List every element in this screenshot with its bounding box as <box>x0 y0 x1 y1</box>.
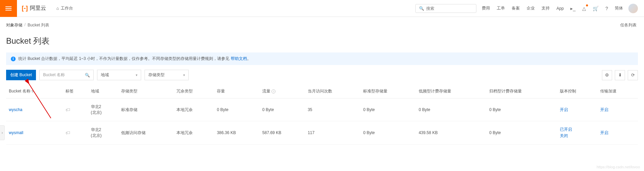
col-name[interactable]: Bucket 名称⇅ <box>6 84 63 99</box>
download-button[interactable]: ⬇ <box>615 70 625 80</box>
help-icon[interactable]: ? <box>271 89 276 93</box>
col-redundancy: 冗余类型 <box>174 84 214 99</box>
cloudshell-icon[interactable]: ▸_ <box>569 4 577 13</box>
help-icon[interactable]: ? <box>604 4 609 13</box>
download-icon: ⬇ <box>618 72 622 78</box>
bucket-table: Bucket 名称⇅ 标签 地域 存储类型 冗余类型 容量 流量? 当月访问次数… <box>6 84 638 145</box>
nav-fee[interactable]: 费用 <box>480 4 491 13</box>
gear-icon: ⚙ <box>605 72 609 78</box>
nav-ticket[interactable]: 工单 <box>495 4 506 13</box>
cell-region: 华北2(北京) <box>88 121 118 145</box>
settings-button[interactable]: ⚙ <box>602 70 612 80</box>
breadcrumb-parent[interactable]: 对象存储 <box>6 22 22 28</box>
notification-icon[interactable]: △ <box>581 4 587 13</box>
worktop-label: 工作台 <box>61 5 73 11</box>
bucket-name-filter[interactable]: Bucket 名称 🔍 <box>39 70 94 80</box>
bucket-name-link[interactable]: wysmall <box>9 130 23 135</box>
task-list-link[interactable]: 任务列表 <box>619 21 638 29</box>
toolbar: 创建 Bucket Bucket 名称 🔍 地域 ▾ 存储类型 ▾ ⚙ ⬇ ⟳ <box>0 70 644 84</box>
cell-traffic: 587.69 KB <box>260 121 305 145</box>
accel-action[interactable]: 开启 <box>600 130 608 135</box>
version-action[interactable]: 开启 <box>560 107 568 112</box>
sort-icon: ⇅ <box>31 90 34 93</box>
hamburger-menu-button[interactable] <box>0 0 17 17</box>
cell-traffic: 0 Byte <box>260 99 305 121</box>
search-box[interactable]: 🔍 <box>415 4 476 13</box>
col-tags: 标签 <box>63 84 88 99</box>
nav-support[interactable]: 支持 <box>540 4 551 13</box>
cell-redundancy: 本地冗余 <box>174 121 214 145</box>
logo-text: 阿里云 <box>30 5 46 12</box>
cell-version: 已开启关闭 <box>557 121 598 145</box>
filter-placeholder: Bucket 名称 <box>43 72 65 78</box>
cell-lowfreq-store: 439.58 KB <box>416 121 487 145</box>
cell-visits: 117 <box>305 121 361 145</box>
table-wrap: Bucket 名称⇅ 标签 地域 存储类型 冗余类型 容量 流量? 当月访问次数… <box>0 84 644 145</box>
col-capacity: 容量 <box>214 84 260 99</box>
worktop-button[interactable]: ⌂ 工作台 <box>53 3 76 13</box>
cell-accel: 开启 <box>598 121 638 145</box>
banner-text: 统计 Bucket 合计数据，平均延迟 1~3 小时，不作为计量数据，仅作参考。… <box>18 56 251 62</box>
col-lowfreq-store: 低频型计费存储量 <box>416 84 487 99</box>
col-traffic: 流量? <box>260 84 305 99</box>
storage-type-select[interactable]: 存储类型 ▾ <box>145 70 189 80</box>
breadcrumb: 对象存储 / Bucket 列表 <box>6 22 49 28</box>
col-storage-type: 存储类型 <box>118 84 174 99</box>
cell-capacity: 386.36 KB <box>214 121 260 145</box>
search-icon: 🔍 <box>419 6 424 11</box>
cell-capacity: 0 Byte <box>214 99 260 121</box>
cell-lowfreq-store: 0 Byte <box>416 99 487 121</box>
col-std-store: 标准型存储量 <box>360 84 416 99</box>
table-row: wyscha 🏷 华北2(北京) 标准存储 本地冗余 0 Byte 0 Byte… <box>6 99 638 121</box>
tag-icon[interactable]: 🏷 <box>65 130 70 135</box>
col-accel: 传输加速 <box>598 84 638 99</box>
chevron-right-icon: › <box>2 130 3 135</box>
chevron-down-icon: ▾ <box>136 73 137 77</box>
col-archive-store: 归档型计费存储量 <box>487 84 557 99</box>
logo-icon: [-] <box>22 5 28 12</box>
region-select[interactable]: 地域 ▾ <box>97 70 141 80</box>
toolbar-right: ⚙ ⬇ ⟳ <box>602 70 638 80</box>
home-icon: ⌂ <box>56 6 59 11</box>
cell-std-store: 0 Byte <box>360 99 416 121</box>
storage-label: 存储类型 <box>148 72 165 78</box>
cell-version: 开启 <box>557 99 598 121</box>
cell-visits: 35 <box>305 99 361 121</box>
cell-accel: 开启 <box>598 99 638 121</box>
version-action[interactable]: 已开启 <box>560 127 572 132</box>
page-title: Bucket 列表 <box>0 34 644 52</box>
nav-enterprise[interactable]: 企业 <box>525 4 536 13</box>
hamburger-icon <box>5 5 12 12</box>
search-input[interactable] <box>426 6 473 11</box>
lang-selector[interactable]: 简体 <box>613 4 624 13</box>
banner-suffix: 。 <box>247 56 251 61</box>
header-right: 🔍 费用 工单 备案 企业 支持 App ▸_ △ 🛒 ? 简体 <box>415 4 644 13</box>
cell-storage-type: 低频访问存储 <box>118 121 174 145</box>
breadcrumb-sep: / <box>24 22 25 28</box>
col-version: 版本控制 <box>557 84 598 99</box>
cart-icon[interactable]: 🛒 <box>591 4 600 13</box>
info-icon: i <box>11 57 16 61</box>
col-region: 地域 <box>88 84 118 99</box>
info-banner: i 统计 Bucket 合计数据，平均延迟 1~3 小时，不作为计量数据，仅作参… <box>6 52 638 65</box>
bucket-name-link[interactable]: wyscha <box>9 107 22 112</box>
create-bucket-button[interactable]: 创建 Bucket <box>6 70 36 80</box>
refresh-icon: ⟳ <box>631 72 635 78</box>
banner-help-link[interactable]: 帮助文档 <box>231 56 247 61</box>
col-visits: 当月访问次数 <box>305 84 361 99</box>
table-row: wysmall 🏷 华北2(北京) 低频访问存储 本地冗余 386.36 KB … <box>6 121 638 145</box>
chevron-down-icon: ▾ <box>183 73 185 77</box>
logo-area[interactable]: [-] 阿里云 <box>17 5 51 12</box>
side-expand-handle[interactable]: › <box>0 125 5 140</box>
search-icon: 🔍 <box>85 73 90 78</box>
banner-text-main: 统计 Bucket 合计数据，平均延迟 1~3 小时，不作为计量数据，仅作参考。… <box>18 56 229 61</box>
top-header: [-] 阿里云 ⌂ 工作台 🔍 费用 工单 备案 企业 支持 App ▸_ △ … <box>0 0 644 17</box>
tag-icon[interactable]: 🏷 <box>65 107 70 112</box>
nav-beian[interactable]: 备案 <box>510 4 521 13</box>
version-close-action[interactable]: 关闭 <box>560 133 595 139</box>
refresh-button[interactable]: ⟳ <box>628 70 638 80</box>
accel-action[interactable]: 开启 <box>600 107 608 112</box>
nav-app[interactable]: App <box>555 5 565 12</box>
avatar[interactable] <box>628 4 638 13</box>
cell-region: 华北2(北京) <box>88 99 118 121</box>
